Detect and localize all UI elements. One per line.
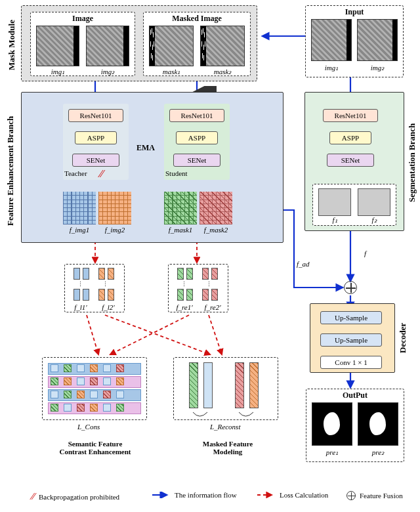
fl2-bar-d <box>108 289 114 301</box>
input-panel: Input img₁ img₂ <box>305 5 404 77</box>
fl1-bar-b <box>83 268 89 280</box>
lcons-label: L_Cons <box>77 423 100 431</box>
f-img1-label: f_img1 <box>63 226 96 234</box>
img1-thumb <box>36 26 79 66</box>
input-img1-label: img₁ <box>311 64 352 72</box>
image-panel-title: Image <box>31 12 135 24</box>
fre2-label: f_re2′ <box>200 303 226 311</box>
input-img1-thumb <box>311 19 352 61</box>
legend-fusion-label: Feature Fusion <box>360 492 403 500</box>
img2-label: img₂ <box>86 68 129 76</box>
masked-panel-title: Masked Image <box>144 12 250 24</box>
lreconst-label: L_Reconst <box>210 423 240 431</box>
mask2-label: mask₂ <box>200 68 245 76</box>
mask1-label: mask₁ <box>149 68 194 76</box>
conv1x1: Conv 1 × 1 <box>320 356 382 369</box>
legend-flow-label: The information flow <box>175 491 237 499</box>
fre2-bar-b <box>211 268 218 280</box>
upsample-1: Up-Sample <box>320 311 382 324</box>
masked-caption: Masked Feature Modeling <box>192 440 264 456</box>
lcons-box <box>42 357 147 420</box>
feature-fusion-icon <box>344 281 357 294</box>
fre1-label: f_re1′ <box>172 303 197 311</box>
upsample-2: Up-Sample <box>320 333 382 347</box>
fre1-bar-d <box>186 289 193 301</box>
fre2-bar-a <box>202 268 209 280</box>
fl2-bar-c <box>98 289 105 301</box>
fl1-bar-d <box>83 289 89 301</box>
feature-branch <box>21 92 284 243</box>
seg-senet: SENet <box>327 154 374 167</box>
student-label: Student <box>165 169 188 177</box>
fl2-bar-a <box>98 268 105 280</box>
legend-backprop: ⁄⁄ Backpropagation prohibited <box>32 491 119 502</box>
output-title: OutPut <box>306 389 404 400</box>
masked-panel: Masked Image mask₁ mask₂ <box>143 12 251 76</box>
f-mask2-grid <box>200 192 232 224</box>
teacher-resnet: ResNet101 <box>68 109 123 122</box>
seg-resnet: ResNet101 <box>323 109 378 122</box>
f1-label: f₁ <box>318 216 351 224</box>
pre1-thumb <box>312 402 352 446</box>
fad-label: f_ad <box>297 260 310 268</box>
f-mask1-label: f_mask1 <box>164 226 197 234</box>
seg-feat-panel: f₁ f₂ <box>312 184 396 226</box>
f-mask2-label: f_mask2 <box>200 226 232 234</box>
teacher-aspp: ASPP <box>75 131 117 144</box>
student-aspp: ASPP <box>176 131 218 144</box>
img2-thumb <box>86 26 129 66</box>
f2-label: f₂ <box>358 216 390 224</box>
fl2-bar-b <box>108 268 114 280</box>
fre1-bar-b <box>186 268 193 280</box>
pre1-label: pre₁ <box>312 448 352 457</box>
fl2-label: f_l2′ <box>96 303 121 311</box>
f2-thumb <box>358 188 390 216</box>
decoder-vlabel: Decoder <box>398 315 408 361</box>
input-title: Input <box>306 6 403 17</box>
f-label: f <box>364 249 366 257</box>
f-mask1-grid <box>164 192 197 224</box>
fl1-bar-a <box>74 268 80 280</box>
image-panel: Image img₁ img₂ <box>30 12 135 76</box>
fre2-bar-c <box>202 289 209 301</box>
legend-flow: The information flow <box>152 491 237 499</box>
output-panel: OutPut pre₁ pre₂ <box>306 389 404 462</box>
seg-branch-vlabel: Segmentation Branch <box>407 104 417 222</box>
f-img1-grid <box>63 192 96 224</box>
fre1-bar-a <box>177 268 184 280</box>
feature-branch-vlabel: Feature Enhancement Branch <box>5 105 16 236</box>
mask2-thumb <box>200 26 245 66</box>
pre2-label: pre₂ <box>358 448 398 457</box>
no-backprop-icon: ⁄⁄ <box>100 168 103 180</box>
student-senet: SENet <box>173 154 220 167</box>
architecture-diagram: Mask Module Image img₁ img₂ Masked Image… <box>0 0 420 512</box>
legend-fusion: Feature Fusion <box>346 491 403 500</box>
student-resnet: ResNet101 <box>169 109 224 122</box>
mask1-thumb <box>149 26 194 66</box>
ema-label: EMA <box>136 143 155 153</box>
img1-label: img₁ <box>36 68 79 76</box>
teacher-senet: SENet <box>72 154 119 167</box>
semantic-caption: Semantic Feature Contrast Enhancement <box>52 440 138 456</box>
f-img2-label: f_img2 <box>98 226 131 234</box>
fre2-bar-d <box>211 289 218 301</box>
input-img2-label: img₂ <box>357 64 398 72</box>
pre2-thumb <box>358 402 398 446</box>
f1-thumb <box>318 188 351 216</box>
mask-module-vlabel: Mask Module <box>7 16 17 75</box>
input-img2-thumb <box>357 19 398 61</box>
legend-loss: Loss Calculation <box>257 491 328 499</box>
fl1-label: f_l1′ <box>68 303 93 311</box>
f-img2-grid <box>98 192 131 224</box>
fre1-bar-c <box>177 289 184 301</box>
legend-loss-label: Loss Calculation <box>280 491 328 499</box>
fl1-bar-c <box>74 289 80 301</box>
legend-backprop-label: Backpropagation prohibited <box>39 493 119 501</box>
seg-aspp: ASPP <box>329 131 371 144</box>
teacher-label: Teacher <box>64 169 87 177</box>
